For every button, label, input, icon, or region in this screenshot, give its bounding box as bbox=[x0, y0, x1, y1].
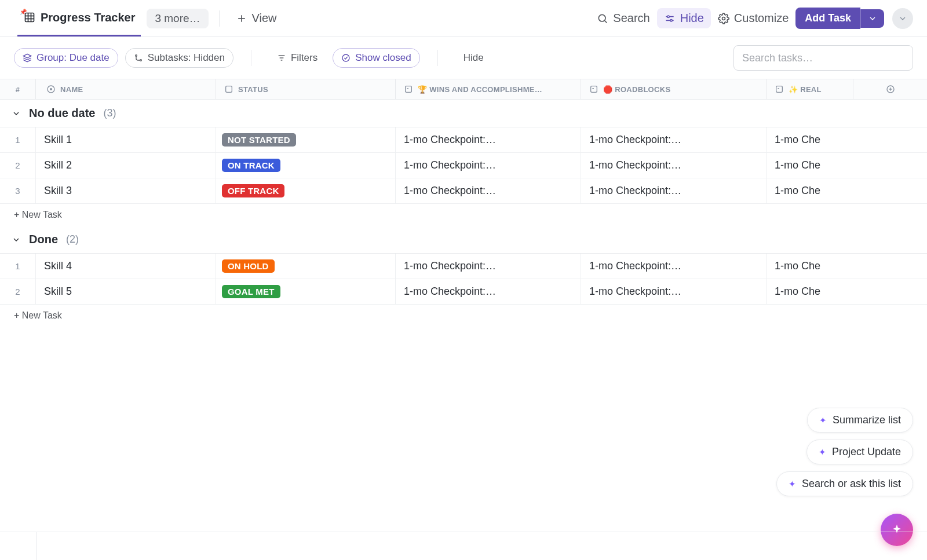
realizations-cell[interactable]: 1-mo Che bbox=[766, 254, 853, 279]
add-view-button[interactable]: View bbox=[230, 8, 283, 28]
hide-chip[interactable]: Hide bbox=[455, 49, 492, 67]
divider bbox=[219, 10, 220, 27]
status-cell[interactable]: ON HOLD bbox=[216, 254, 395, 279]
col-roadblocks-header[interactable]: 🛑 ROADBLOCKS bbox=[581, 79, 766, 99]
ai-search-list[interactable]: ✦ Search or ask this list bbox=[776, 471, 913, 496]
pin-icon: 📌 bbox=[20, 9, 27, 15]
col-realizations-header[interactable]: ✨ REAL bbox=[766, 79, 853, 99]
footer-column-line bbox=[36, 532, 37, 560]
subtasks-icon bbox=[134, 53, 143, 63]
table-row[interactable]: 1 Skill 1 NOT STARTED 1-mo Checkpoint:… … bbox=[0, 127, 927, 153]
filters-label: Filters bbox=[291, 52, 317, 64]
task-name-cell[interactable]: Skill 5 bbox=[36, 286, 216, 298]
search-tasks-input[interactable] bbox=[742, 52, 904, 64]
filters-chip[interactable]: Filters bbox=[269, 49, 326, 67]
chevron-down-icon bbox=[868, 14, 877, 23]
svg-point-7 bbox=[599, 14, 606, 21]
status-badge: ON HOLD bbox=[222, 259, 275, 273]
realizations-cell[interactable]: 1-mo Che bbox=[766, 279, 853, 304]
task-name-cell[interactable]: Skill 4 bbox=[36, 260, 216, 272]
tab-progress-tracker[interactable]: 📌 Progress Tracker bbox=[17, 0, 141, 36]
roadblocks-cell[interactable]: 1-mo Checkpoint:… bbox=[581, 178, 766, 203]
subtasks-chip[interactable]: Subtasks: Hidden bbox=[125, 48, 233, 68]
table-row[interactable]: 2 Skill 2 ON TRACK 1-mo Checkpoint:… 1-m… bbox=[0, 153, 927, 178]
table-row[interactable]: 2 Skill 5 GOAL MET 1-mo Checkpoint:… 1-m… bbox=[0, 279, 927, 305]
roadblocks-cell[interactable]: 1-mo Checkpoint:… bbox=[581, 153, 766, 178]
more-views-pill[interactable]: 3 more… bbox=[147, 9, 208, 28]
add-view-label: View bbox=[252, 12, 277, 25]
circle-dot-icon bbox=[46, 85, 56, 94]
divider bbox=[251, 50, 251, 66]
col-status-label: STATUS bbox=[238, 85, 268, 94]
sparkle-icon: ✦ bbox=[819, 447, 826, 457]
ai-summarize-list[interactable]: ✦ Summarize list bbox=[807, 408, 913, 433]
plus-icon bbox=[236, 13, 247, 24]
svg-point-16 bbox=[140, 60, 141, 61]
search-label: Search bbox=[613, 12, 649, 25]
row-number: 3 bbox=[0, 178, 36, 203]
svg-point-22 bbox=[50, 89, 52, 90]
status-badge: NOT STARTED bbox=[222, 133, 296, 147]
col-number-header[interactable]: # bbox=[0, 79, 36, 99]
wins-cell[interactable]: 1-mo Checkpoint:… bbox=[395, 279, 581, 304]
table-row[interactable]: 1 Skill 4 ON HOLD 1-mo Checkpoint:… 1-mo… bbox=[0, 254, 927, 279]
row-number: 1 bbox=[0, 127, 36, 152]
realizations-cell[interactable]: 1-mo Che bbox=[766, 127, 853, 152]
status-cell[interactable]: OFF TRACK bbox=[216, 178, 395, 203]
task-name-cell[interactable]: Skill 1 bbox=[36, 134, 216, 146]
sliders-icon bbox=[664, 13, 676, 24]
col-wins-header[interactable]: 🏆 WINS AND ACCOMPLISHME… bbox=[395, 79, 581, 99]
row-number: 2 bbox=[0, 153, 36, 178]
more-menu[interactable] bbox=[892, 8, 913, 29]
ai-search-label: Search or ask this list bbox=[802, 478, 901, 490]
svg-point-20 bbox=[342, 54, 349, 61]
ai-project-update[interactable]: ✦ Project Update bbox=[806, 440, 913, 464]
new-task-button[interactable]: + New Task bbox=[0, 305, 927, 327]
add-task-dropdown[interactable] bbox=[860, 9, 884, 28]
row-number: 1 bbox=[0, 254, 36, 279]
roadblocks-cell[interactable]: 1-mo Checkpoint:… bbox=[581, 254, 766, 279]
realizations-cell[interactable]: 1-mo Che bbox=[766, 153, 853, 178]
group-chip[interactable]: Group: Due date bbox=[14, 48, 118, 68]
add-task-button[interactable]: Add Task bbox=[795, 8, 860, 29]
wins-cell[interactable]: 1-mo Checkpoint:… bbox=[395, 153, 581, 178]
hide-button[interactable]: Hide bbox=[657, 8, 711, 28]
group-header[interactable]: Done (2) bbox=[0, 226, 927, 254]
roadblocks-cell[interactable]: 1-mo Checkpoint:… bbox=[581, 279, 766, 304]
add-column-button[interactable] bbox=[853, 79, 927, 99]
new-task-button[interactable]: + New Task bbox=[0, 204, 927, 226]
filter-icon bbox=[277, 53, 286, 63]
text-column-icon bbox=[404, 85, 413, 94]
group-count: (2) bbox=[66, 233, 79, 246]
hide-chip-label: Hide bbox=[464, 52, 484, 64]
svg-point-11 bbox=[667, 16, 669, 17]
search-button[interactable]: Search bbox=[590, 8, 656, 28]
show-closed-chip[interactable]: Show closed bbox=[333, 48, 419, 68]
status-cell[interactable]: GOAL MET bbox=[216, 279, 395, 304]
svg-point-15 bbox=[135, 55, 137, 57]
col-wins-label: 🏆 WINS AND ACCOMPLISHME… bbox=[418, 85, 542, 94]
wins-cell[interactable]: 1-mo Checkpoint:… bbox=[395, 178, 581, 203]
col-status-header[interactable]: STATUS bbox=[216, 79, 395, 99]
status-cell[interactable]: NOT STARTED bbox=[216, 127, 395, 152]
wins-cell[interactable]: 1-mo Checkpoint:… bbox=[395, 254, 581, 279]
group-header[interactable]: No due date (3) bbox=[0, 100, 927, 127]
task-name-cell[interactable]: Skill 2 bbox=[36, 159, 216, 171]
task-name-cell[interactable]: Skill 3 bbox=[36, 185, 216, 197]
sparkle-icon: ✦ bbox=[819, 415, 827, 426]
footer-divider bbox=[0, 532, 927, 532]
col-name-header[interactable]: NAME bbox=[36, 85, 216, 94]
wins-cell[interactable]: 1-mo Checkpoint:… bbox=[395, 127, 581, 152]
ai-fab-button[interactable] bbox=[881, 514, 913, 546]
realizations-cell[interactable]: 1-mo Che bbox=[766, 178, 853, 203]
customize-button[interactable]: Customize bbox=[711, 8, 795, 28]
roadblocks-cell[interactable]: 1-mo Checkpoint:… bbox=[581, 127, 766, 152]
svg-rect-24 bbox=[406, 86, 412, 93]
table-row[interactable]: 3 Skill 3 OFF TRACK 1-mo Checkpoint:… 1-… bbox=[0, 178, 927, 204]
status-cell[interactable]: ON TRACK bbox=[216, 153, 395, 178]
subtasks-label: Subtasks: Hidden bbox=[148, 52, 225, 64]
plus-circle-icon bbox=[886, 85, 895, 94]
show-closed-label: Show closed bbox=[355, 52, 411, 64]
customize-label: Customize bbox=[734, 12, 789, 25]
layers-icon bbox=[23, 53, 32, 63]
